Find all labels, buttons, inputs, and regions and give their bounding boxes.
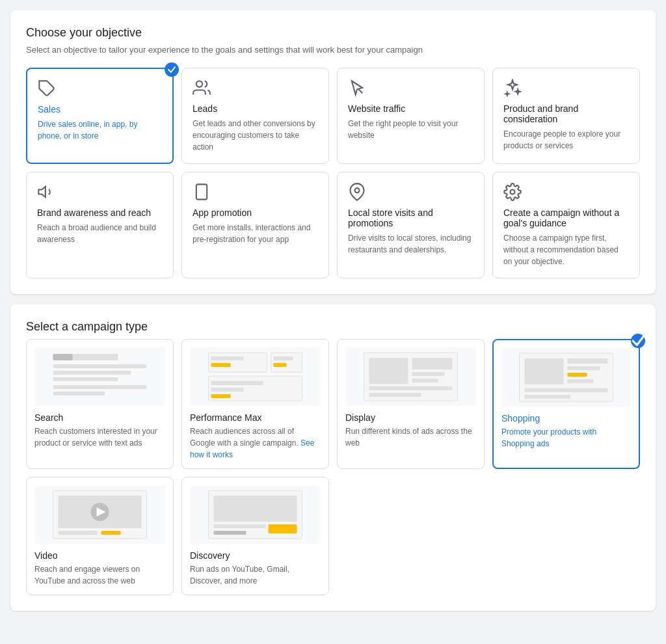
performance-max-thumb — [190, 347, 321, 406]
objective-card-local-store[interactable]: Local store visits and promotions Drive … — [337, 172, 485, 278]
shopping-selected-check-icon — [631, 334, 645, 348]
objective-desc-sales: Drive sales online, in app, by phone, or… — [38, 118, 162, 142]
svg-rect-38 — [525, 388, 608, 392]
people-icon — [193, 79, 211, 97]
objective-desc-brand-awareness: Reach a broad audience and build awarene… — [37, 222, 163, 245]
svg-rect-29 — [412, 379, 438, 382]
objective-card-brand-awareness[interactable]: Brand awareness and reach Reach a broad … — [26, 172, 174, 278]
objective-title-sales: Sales — [38, 104, 162, 114]
svg-rect-14 — [53, 354, 73, 360]
campaign-type-section: Select a campaign type Search Reach cust… — [10, 304, 656, 611]
svg-rect-10 — [53, 371, 131, 375]
objective-card-product-brand[interactable]: Product and brand consideration Encourag… — [492, 68, 640, 164]
gear-icon — [503, 183, 522, 201]
objective-title-product-brand: Product and brand consideration — [503, 103, 629, 124]
svg-rect-22 — [211, 381, 263, 385]
svg-rect-34 — [568, 358, 608, 364]
objective-desc-website-traffic: Get the right people to visit your websi… — [348, 118, 473, 141]
svg-rect-23 — [211, 388, 244, 392]
cursor-icon — [348, 79, 366, 97]
objective-desc-product-brand: Encourage people to explore your product… — [503, 128, 629, 152]
svg-rect-35 — [568, 366, 600, 370]
svg-rect-19 — [274, 356, 293, 360]
selected-check-icon — [165, 62, 179, 77]
objective-grid-row2: Brand awareness and reach Reach a broad … — [26, 172, 640, 278]
campaign-type-card-video[interactable]: Video Reach and engage viewers on YouTub… — [26, 477, 174, 595]
svg-rect-44 — [59, 531, 98, 535]
campaign-type-card-search[interactable]: Search Reach customers interested in you… — [26, 339, 174, 469]
objective-title-brand-awareness: Brand awareness and reach — [37, 208, 163, 218]
objective-card-website-traffic[interactable]: Website traffic Get the right people to … — [337, 68, 485, 164]
objective-title-local-store: Local store visits and promotions — [348, 208, 473, 228]
campaign-type-card-discovery[interactable]: Discovery Run ads on YouTube, Gmail, Dis… — [181, 477, 329, 595]
svg-rect-49 — [214, 531, 246, 535]
display-thumb — [345, 347, 476, 406]
campaign-title-display: Display — [345, 412, 476, 423]
objective-desc-no-goal: Choose a campaign type first, without a … — [503, 232, 629, 267]
svg-rect-37 — [568, 379, 594, 383]
svg-rect-20 — [274, 363, 287, 367]
campaign-type-card-performance-max[interactable]: Performance Max Reach audiences across a… — [181, 339, 329, 469]
svg-rect-9 — [53, 364, 147, 368]
campaign-desc-shopping: Promote your products with Shopping ads — [501, 426, 631, 449]
phone-icon — [193, 183, 211, 201]
svg-rect-27 — [412, 358, 453, 369]
svg-rect-48 — [214, 524, 266, 528]
svg-rect-12 — [53, 385, 147, 389]
campaign-desc-search: Reach customers interested in your produ… — [34, 425, 165, 449]
campaign-desc-display: Run different kinds of ads across the we… — [345, 425, 476, 449]
objective-card-no-goal[interactable]: Create a campaign without a goal's guida… — [492, 172, 640, 278]
map-pin-icon — [348, 183, 366, 201]
campaign-desc-discovery: Run ads on YouTube, Gmail, Discover, and… — [190, 563, 321, 587]
objective-card-app-promotion[interactable]: App promotion Get more installs, interac… — [181, 172, 329, 278]
svg-rect-39 — [525, 395, 570, 399]
campaign-desc-performance-max: Reach audiences across all of Google wit… — [190, 425, 321, 461]
svg-rect-47 — [214, 496, 297, 522]
objective-grid-row1: Sales Drive sales online, in app, by pho… — [26, 68, 640, 164]
campaign-title-video: Video — [34, 550, 165, 561]
svg-line-2 — [358, 89, 362, 93]
objective-desc-local-store: Drive visits to local stores, including … — [348, 232, 473, 256]
svg-rect-50 — [269, 524, 297, 533]
objective-desc-app-promotion: Get more installs, interactions and pre-… — [193, 222, 318, 245]
campaign-type-title: Select a campaign type — [26, 320, 640, 334]
svg-point-7 — [511, 190, 515, 195]
objective-card-sales[interactable]: Sales Drive sales online, in app, by pho… — [26, 68, 174, 164]
objective-title-leads: Leads — [193, 103, 318, 114]
svg-rect-33 — [525, 358, 564, 384]
campaign-desc-video: Reach and engage viewers on YouTube and … — [34, 563, 165, 587]
objective-title-no-goal: Create a campaign without a goal's guida… — [503, 208, 629, 228]
volume-icon — [37, 183, 55, 201]
objective-card-leads[interactable]: Leads Get leads and other conversions by… — [181, 68, 329, 164]
svg-rect-17 — [211, 363, 231, 367]
campaign-type-card-display[interactable]: Display Run different kinds of ads acros… — [337, 339, 485, 469]
svg-rect-16 — [211, 356, 244, 360]
campaign-title-shopping: Shopping — [501, 413, 631, 423]
objective-title-website-traffic: Website traffic — [348, 103, 473, 114]
svg-rect-31 — [369, 393, 421, 397]
video-thumb — [34, 485, 165, 544]
campaign-type-grid-row2: Video Reach and engage viewers on YouTub… — [26, 477, 640, 595]
svg-rect-45 — [101, 531, 121, 535]
objective-subtitle: Select an objective to tailor your exper… — [26, 45, 640, 55]
campaign-type-card-shopping[interactable]: Shopping Promote your products with Shop… — [492, 339, 640, 469]
svg-point-1 — [196, 81, 202, 87]
search-thumb — [34, 347, 165, 406]
campaign-title-performance-max: Performance Max — [190, 412, 321, 423]
svg-point-6 — [355, 188, 360, 193]
svg-rect-13 — [53, 392, 105, 396]
svg-rect-30 — [369, 386, 453, 390]
see-how-it-works-link[interactable]: See how it works — [190, 438, 314, 459]
shopping-thumb — [501, 348, 631, 407]
campaign-title-discovery: Discovery — [190, 550, 321, 561]
svg-rect-4 — [196, 184, 207, 199]
svg-rect-11 — [53, 377, 118, 381]
svg-rect-36 — [568, 373, 587, 377]
tag-icon — [38, 79, 56, 98]
objective-title-app-promotion: App promotion — [193, 208, 318, 218]
campaign-title-search: Search — [34, 412, 165, 423]
svg-rect-28 — [412, 372, 445, 376]
objective-title: Choose your objective — [26, 26, 640, 40]
svg-rect-15 — [209, 353, 267, 372]
campaign-type-grid-row1: Search Reach customers interested in you… — [26, 339, 640, 469]
